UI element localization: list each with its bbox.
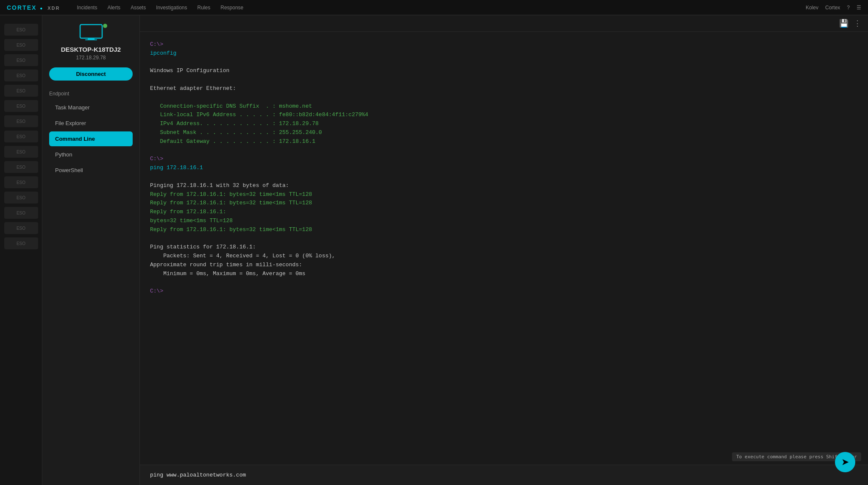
sidebar-item-5[interactable]: ESO (4, 85, 38, 97)
nav-investigations[interactable]: Investigations (156, 5, 187, 11)
topbar-nav: Incidents Alerts Assets Investigations R… (77, 5, 243, 11)
sidebar-item-1[interactable]: ESO (4, 24, 38, 36)
nav-alerts[interactable]: Alerts (107, 5, 120, 11)
output-packets: Packets: Sent = 4, Received = 4, Lost = … (150, 253, 335, 259)
terminal-input[interactable]: ping www.paloaltonetworks.com (150, 472, 858, 478)
topbar-right: Kolev Cortex ? ☰ (806, 5, 861, 11)
fab-button[interactable]: ➤ (835, 452, 855, 472)
output-subnet: Subnet Mask . . . . . . . . . . . : 255.… (150, 129, 322, 136)
output-ipv4: IPv4 Address. . . . . . . . . . . : 172.… (150, 120, 319, 127)
nav-item-task-manager[interactable]: Task Manager (49, 100, 133, 115)
device-ip: 172.18.29.78 (49, 55, 133, 61)
nav-item-powershell[interactable]: PowerShell (49, 163, 133, 178)
device-monitor-icon (79, 24, 103, 41)
menu-icon[interactable]: ☰ (857, 5, 861, 11)
terminal-input-area: To execute command please press Shift+En… (140, 465, 868, 485)
nav-response[interactable]: Response (220, 5, 243, 11)
terminal-input-row: ping www.paloaltonetworks.com (140, 465, 868, 485)
output-ping-stats: Ping statistics for 172.18.16.1: (150, 244, 256, 250)
more-options-icon[interactable]: ⋮ (854, 19, 861, 28)
nav-rules[interactable]: Rules (198, 5, 211, 11)
svg-rect-2 (85, 39, 97, 40)
app-title: CORTEX (7, 4, 36, 11)
output-times: Minimum = 0ms, Maximum = 0ms, Average = … (150, 270, 306, 277)
prompt-3: C:\> (150, 288, 163, 294)
output-pinging: Pinging 172.18.16.1 with 32 bytes of dat… (150, 182, 289, 189)
terminal-output[interactable]: C:\> ipconfig Windows IP Configuration E… (140, 32, 868, 465)
cmd-ipconfig: ipconfig (150, 50, 176, 56)
output-reply-1: Reply from 172.18.16.1: bytes=32 time<1m… (150, 191, 312, 198)
brand-label: Cortex (825, 5, 840, 11)
output-windows-ip: Windows IP Configuration (150, 67, 229, 74)
sidebar-item-8[interactable]: ESO (4, 131, 38, 142)
online-status-dot (103, 24, 107, 28)
nav-menu: Task Manager File Explorer Command Line … (49, 100, 133, 178)
output-reply-4: Reply from 172.18.16.1: bytes=32 time<1m… (150, 226, 312, 233)
left-sidebar: ESO ESO ESO ESO ESO ESO ESO ESO ESO ESO … (0, 15, 42, 485)
output-reply-3b: bytes=32 time<1ms TTL=128 (150, 217, 233, 224)
terminal-toolbar: 💾 ⋮ (140, 15, 868, 32)
sidebar-item-11[interactable]: ESO (4, 176, 38, 188)
output-reply-3a: Reply from 172.18.16.1: (150, 209, 226, 215)
nav-item-python[interactable]: Python (49, 147, 133, 162)
app-version: XDR (47, 6, 60, 11)
prompt-1: C:\> (150, 41, 163, 47)
prompt-2: C:\> (150, 156, 163, 162)
help-icon[interactable]: ? (847, 5, 850, 11)
app-logo: CORTEX ● XDR (7, 4, 60, 11)
nav-item-file-explorer[interactable]: File Explorer (49, 116, 133, 131)
sidebar-item-3[interactable]: ESO (4, 54, 38, 66)
sidebar-item-7[interactable]: ESO (4, 115, 38, 127)
device-icon-wrap (49, 24, 133, 41)
nav-assets[interactable]: Assets (131, 5, 146, 11)
sidebar-item-6[interactable]: ESO (4, 100, 38, 112)
device-panel: DESKTOP-K18TDJ2 172.18.29.78 Disconnect … (42, 15, 140, 485)
endpoint-label: Endpoint (49, 91, 133, 97)
disconnect-button[interactable]: Disconnect (49, 67, 133, 81)
save-icon[interactable]: 💾 (839, 19, 849, 28)
output-reply-2: Reply from 172.18.16.1: bytes=32 time<1m… (150, 200, 312, 206)
sidebar-item-2[interactable]: ESO (4, 39, 38, 51)
main-area: 💾 ⋮ C:\> ipconfig Windows IP Configurati… (140, 15, 868, 485)
output-ethernet-header: Ethernet adapter Ethernet: (150, 85, 236, 92)
output-gateway: Default Gateway . . . . . . . . . : 172.… (150, 138, 315, 145)
sidebar-item-13[interactable]: ESO (4, 207, 38, 219)
output-approx: Approximate round trip times in milli-se… (150, 262, 302, 268)
sidebar-item-15[interactable]: ESO (4, 237, 38, 249)
sidebar-item-9[interactable]: ESO (4, 146, 38, 158)
sidebar-item-4[interactable]: ESO (4, 70, 38, 81)
nav-item-command-line[interactable]: Command Line (49, 131, 133, 146)
sidebar-item-10[interactable]: ESO (4, 161, 38, 173)
device-name: DESKTOP-K18TDJ2 (49, 46, 133, 53)
sidebar-item-14[interactable]: ESO (4, 222, 38, 234)
user-label: Kolev (806, 5, 818, 11)
nav-incidents[interactable]: Incidents (77, 5, 97, 11)
cmd-ping: ping 172.18.16.1 (150, 164, 203, 171)
app-dot: ● (40, 6, 43, 11)
svg-rect-0 (80, 25, 102, 38)
output-dns: Connection-specific DNS Suffix . : mshom… (150, 103, 312, 109)
sidebar-item-12[interactable]: ESO (4, 192, 38, 203)
output-ipv6: Link-local IPv6 Address . . . . . : fe80… (150, 111, 368, 118)
fab-icon: ➤ (841, 457, 849, 468)
topbar: CORTEX ● XDR Incidents Alerts Assets Inv… (0, 0, 868, 15)
